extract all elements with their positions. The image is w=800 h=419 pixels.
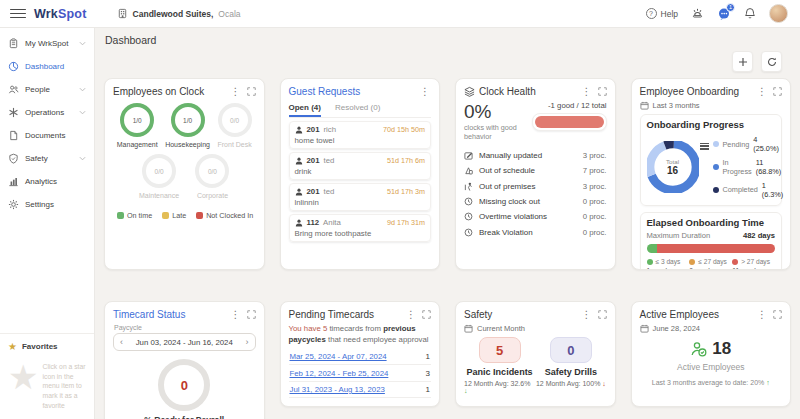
card-clock-health: Clock Health ⋮ 0% clocks with good behav… [455,78,616,270]
kebab-menu-icon[interactable]: ⋮ [419,87,431,97]
legend-in-progress-dot [713,164,719,170]
expand-icon[interactable] [773,310,782,319]
plus-icon [738,57,748,67]
kebab-menu-icon[interactable]: ⋮ [405,310,417,320]
good-clocks-caption: clocks with good behavior [464,123,524,142]
next-paycycle-arrow[interactable]: › [246,337,249,347]
tab-open[interactable]: Open (4) [289,101,321,117]
paycycle-link[interactable]: Feb 12, 2024 - Feb 25, 2024 [290,369,389,378]
trend-down-icon: ↓ [602,380,606,387]
paycycle-link[interactable]: Mar 25, 2024 - Apr 07, 2024 [290,352,387,361]
add-widget-button[interactable] [732,51,753,72]
chevron-down-icon [79,110,86,115]
ready-for-payroll-label: % Ready for Payroll [113,415,256,419]
good-total-ratio: -1 good / 12 total [532,101,607,110]
sidebar-item-documents[interactable]: Documents [0,124,94,147]
expand-icon[interactable] [247,87,256,96]
dept-management: 1/0Management [117,103,158,148]
metric-row: Break Violation0 proc. [464,225,607,240]
tab-resolved[interactable]: Resolved (0) [335,101,380,117]
favorites-star-icon: ★ [8,342,17,352]
sidebar-item-dashboard[interactable]: Dashboard [0,55,94,78]
elapsed-time: 51d 17h 6m [387,156,425,165]
help-label: Help [661,9,678,19]
calendar-icon [640,324,649,333]
card-pending-timecards: Pending Timecards ⋮ You have 5 timecards… [280,301,441,407]
paycycle-link[interactable]: Jul 31, 2023 - Aug 13, 2023 [290,385,385,394]
card-guest-requests: Guest Requests ⋮ Open (4) Resolved (0) 2… [280,78,441,270]
person-icon [295,219,303,227]
card-title: Employees on Clock [113,86,204,97]
sidebar-item-people[interactable]: People [0,78,94,101]
help-icon: ? [646,8,657,19]
kebab-menu-icon[interactable]: ⋮ [581,87,593,97]
expand-icon[interactable] [422,310,431,319]
property-selector[interactable]: Candlewood Suites, Ocala [117,8,241,19]
panic-alarm-icon[interactable] [691,7,704,20]
top-header: WrkSpot Candlewood Suites, Ocala ? Help … [0,0,800,28]
sidebar-item-settings[interactable]: Settings [0,193,94,216]
expand-icon[interactable] [598,310,607,319]
onboarding-progress-panel: Onboarding Progress Total16 Pending4 (25… [640,114,783,206]
clipboard-icon [8,38,19,49]
chevron-down-icon [79,87,86,92]
sidebar-item-operations[interactable]: Operations [0,101,94,124]
gear-icon [8,199,19,210]
wrkspot-dashboard: WrkSpot Candlewood Suites, Ocala ? Help … [0,0,800,419]
people-icon [8,84,19,95]
expand-icon[interactable] [773,87,782,96]
sidebar-item-analytics[interactable]: Analytics [0,170,94,193]
dept-corporate: 0/0Corporate [195,154,229,199]
person-icon [295,126,303,134]
paycycle-selector[interactable]: ‹ Jun 03, 2024 - Jun 16, 2024 › [113,333,256,351]
chevron-down-icon [79,156,86,161]
legend-not-clocked-swatch [196,212,203,219]
help-button[interactable]: ? Help [646,8,678,19]
refresh-button[interactable] [761,51,782,72]
favorites-hint: Click on a star icon in the menu item to… [42,362,86,411]
chevron-down-icon [79,41,86,46]
card-active-employees: Active Employees ⋮ June 28, 2024 18 Acti… [631,301,792,407]
clock-icon [464,197,473,206]
ready-for-payroll-ring: 0 [158,359,210,411]
pending-message: You have 5 timecards from previous paycy… [289,324,432,345]
sidebar-item-safety[interactable]: Safety [0,147,94,170]
card-safety: Safety ⋮ Current Month 5 Panic Incidents… [455,301,616,407]
elapsed-time: 70d 15h 50m [383,125,425,134]
expand-icon[interactable] [598,87,607,96]
bell-icon[interactable] [744,7,756,20]
chart-menu-icon[interactable] [700,141,709,151]
safety-drills-value: 0 [550,337,592,363]
guest-request-item[interactable]: 201ted51d 17h 6m drink [289,152,432,180]
guest-request-item[interactable]: 201ted51d 17h 3m lnlinnin [289,183,432,211]
dashboard-pie-icon [8,61,19,72]
manual-edit-icon [464,151,473,160]
kebab-menu-icon[interactable]: ⋮ [756,310,768,320]
hamburger-menu-icon[interactable] [10,6,26,21]
bar-chart-icon [8,176,19,187]
kebab-menu-icon[interactable]: ⋮ [230,310,242,320]
messages-button[interactable]: 1 [717,7,731,21]
card-title: Employee Onboarding [640,86,740,97]
metric-row: Missing clock out0 proc. [464,194,607,209]
guest-request-item[interactable]: 112Anita9d 17h 31m Bring more toothpaste [289,214,432,242]
user-avatar[interactable] [769,4,788,23]
paycycle-value: Jun 03, 2024 - Jun 16, 2024 [123,338,246,347]
favorites-section: ★ Favorites ★ Click on a star icon in th… [0,333,94,419]
wrkspot-logo[interactable]: WrkSpot [34,7,87,21]
kebab-menu-icon[interactable]: ⋮ [230,87,242,97]
elapsed-time: 51d 17h 3m [387,187,425,196]
kebab-menu-icon[interactable]: ⋮ [756,87,768,97]
guest-request-item[interactable]: 201rich70d 15h 50m home towel [289,121,432,149]
card-title: Timecard Status [113,309,185,320]
panic-incidents-value: 5 [479,337,521,363]
out-of-premises-icon [464,182,473,191]
kebab-menu-icon[interactable]: ⋮ [581,310,593,320]
metric-row: Out of premises3 proc. [464,178,607,193]
active-employees-label: Active Employees [640,362,783,372]
period-filter[interactable]: Last 3 months [640,101,783,110]
expand-icon[interactable] [247,310,256,319]
sidebar-item-my-wrkspot[interactable]: My WrkSpot [0,32,94,55]
pending-row: Mar 25, 2024 - Apr 07, 20241 [289,349,432,365]
panic-incidents-stat: 5 Panic Incidents 12 Month Avg: 32.6% ↓ [464,337,535,394]
